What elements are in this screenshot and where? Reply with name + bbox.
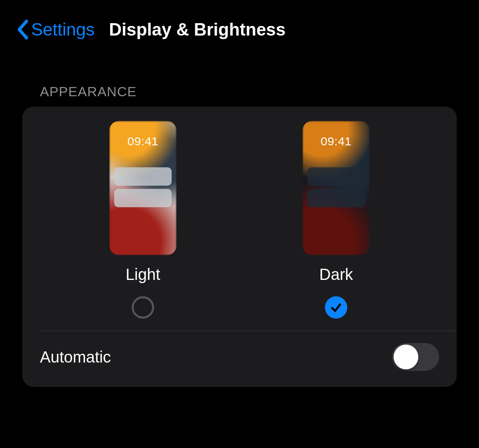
automatic-switch[interactable] <box>392 343 439 371</box>
appearance-option-dark[interactable]: 09:41 Dark <box>272 121 400 319</box>
widget-icon <box>307 167 365 186</box>
appearance-options: 09:41 Light 09:41 Dark <box>22 107 457 331</box>
appearance-option-light[interactable]: 09:41 Light <box>79 121 207 319</box>
appearance-card: 09:41 Light 09:41 Dark Automatic <box>22 107 457 387</box>
preview-light: 09:41 <box>109 121 176 255</box>
option-label-light: Light <box>126 266 160 283</box>
widget-icon <box>307 189 365 207</box>
radio-dark[interactable] <box>325 296 347 319</box>
preview-clock: 09:41 <box>109 135 176 148</box>
section-header-appearance: APPEARANCE <box>40 84 479 99</box>
preview-clock: 09:41 <box>303 135 370 148</box>
page-title: Display & Brightness <box>109 20 286 40</box>
preview-dark: 09:41 <box>303 121 370 255</box>
automatic-label: Automatic <box>40 348 111 366</box>
option-label-dark: Dark <box>319 266 353 283</box>
widget-icon <box>114 189 172 207</box>
widget-icon <box>114 167 172 186</box>
chevron-left-icon <box>16 19 29 40</box>
back-label: Settings <box>31 20 95 40</box>
nav-bar: Settings Display & Brightness <box>0 0 479 40</box>
switch-knob-icon <box>394 345 418 369</box>
back-button[interactable]: Settings <box>16 19 95 40</box>
checkmark-icon <box>330 301 342 313</box>
radio-light[interactable] <box>132 296 154 319</box>
automatic-row: Automatic <box>22 331 457 387</box>
